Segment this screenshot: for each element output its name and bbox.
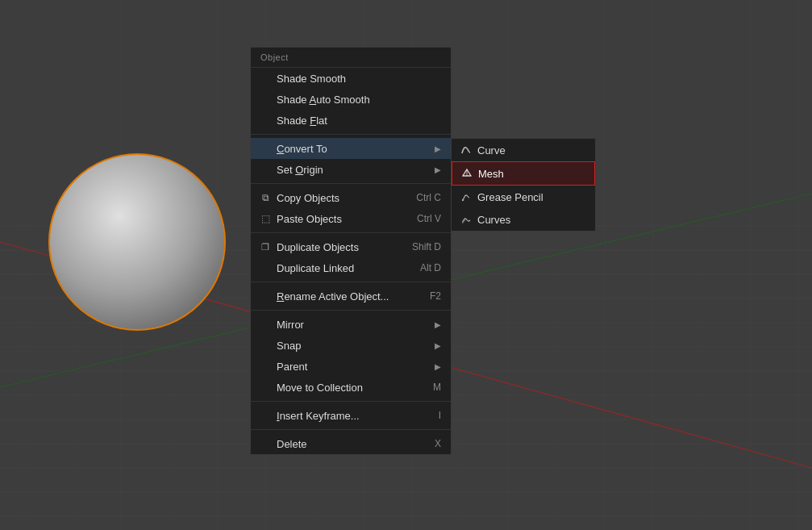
copy-icon: ⧉ <box>259 191 272 204</box>
menu-item-shade-flat[interactable]: Shade Flat <box>251 110 451 131</box>
paste-objects-label: Paste Objects <box>277 213 342 225</box>
svg-point-35 <box>462 199 464 201</box>
shade-flat-icon <box>259 114 272 127</box>
menu-item-copy-objects[interactable]: ⧉ Copy Objects Ctrl C <box>251 187 451 208</box>
move-to-collection-label: Move to Collection <box>277 382 363 394</box>
paste-icon: ⬚ <box>259 212 272 225</box>
dup-linked-icon <box>259 261 272 274</box>
shade-smooth-label: Shade Smooth <box>277 73 346 85</box>
shade-flat-label: Shade Flat <box>277 115 327 127</box>
duplicate-linked-label: Duplicate Linked <box>277 262 354 274</box>
delete-shortcut: X <box>435 438 441 449</box>
submenu-item-grease-pencil[interactable]: Grease Pencil <box>452 186 595 208</box>
submenu-item-mesh[interactable]: Mesh <box>452 161 595 186</box>
keyframe-icon <box>259 409 272 422</box>
separator-3 <box>251 232 451 233</box>
rename-active-label: Rename Active Object... <box>277 290 389 303</box>
menu-item-set-origin[interactable]: Set Origin ▶ <box>251 159 451 180</box>
submenu-mesh-label: Mesh <box>478 168 504 180</box>
move-collection-icon <box>259 381 272 394</box>
menu-item-duplicate-linked[interactable]: Duplicate Linked Alt D <box>251 257 451 278</box>
menu-item-rename-active[interactable]: Rename Active Object... F2 <box>251 286 451 307</box>
menu-item-insert-keyframe[interactable]: Insert Keyframe... I <box>251 405 451 426</box>
menu-item-parent[interactable]: Parent ▶ <box>251 356 451 377</box>
duplicate-objects-label: Duplicate Objects <box>277 241 359 253</box>
menu-item-shade-auto-smooth[interactable]: Shade Auto Smooth <box>251 89 451 110</box>
shade-auto-smooth-label: Shade Auto Smooth <box>277 94 370 106</box>
submenu-item-curve[interactable]: Curve <box>452 139 595 161</box>
copy-objects-shortcut: Ctrl C <box>416 192 441 203</box>
shade-smooth-icon <box>259 72 272 85</box>
mirror-arrow: ▶ <box>435 320 441 329</box>
mirror-icon <box>259 318 272 331</box>
separator-2 <box>251 183 451 184</box>
separator-5 <box>251 310 451 311</box>
convert-to-submenu: Curve Mesh <box>451 138 596 232</box>
menu-header: Object <box>251 48 451 68</box>
menu-item-convert-to[interactable]: Convert To ▶ Curve <box>251 138 451 159</box>
menu-item-move-to-collection[interactable]: Move to Collection M <box>251 377 451 398</box>
convert-to-arrow: ▶ <box>435 144 441 153</box>
curves-icon <box>460 213 473 226</box>
mirror-label: Mirror <box>277 319 304 331</box>
parent-icon <box>259 360 272 373</box>
menu-item-paste-objects[interactable]: ⬚ Paste Objects Ctrl V <box>251 208 451 229</box>
object-context-menu: Object Shade Smooth Shade Auto Smooth Sh… <box>250 47 452 455</box>
snap-icon <box>259 339 272 352</box>
delete-icon <box>259 437 272 450</box>
duplicate-linked-shortcut: Alt D <box>420 262 441 273</box>
menu-item-duplicate-objects[interactable]: ❐ Duplicate Objects Shift D <box>251 236 451 257</box>
snap-arrow: ▶ <box>435 341 441 350</box>
set-origin-icon <box>259 163 272 176</box>
submenu-grease-pencil-label: Grease Pencil <box>477 191 543 203</box>
convert-to-icon <box>259 142 272 155</box>
sphere-object <box>48 153 226 331</box>
curve-icon <box>460 144 473 156</box>
snap-label: Snap <box>277 340 301 352</box>
insert-keyframe-label: Insert Keyframe... <box>277 410 360 422</box>
dup-icon: ❐ <box>259 240 272 253</box>
submenu-curves-label: Curves <box>477 214 510 226</box>
rename-icon <box>259 290 272 303</box>
set-origin-arrow: ▶ <box>435 165 441 174</box>
parent-label: Parent <box>277 361 307 373</box>
menu-item-mirror[interactable]: Mirror ▶ <box>251 314 451 335</box>
parent-arrow: ▶ <box>435 362 441 371</box>
submenu-item-curves[interactable]: Curves <box>452 208 595 231</box>
delete-label: Delete <box>277 438 307 450</box>
move-to-collection-shortcut: M <box>433 382 441 393</box>
separator-4 <box>251 282 451 282</box>
shade-auto-smooth-icon <box>259 93 272 106</box>
submenu-curve-label: Curve <box>477 144 506 156</box>
paste-objects-shortcut: Ctrl V <box>417 213 441 224</box>
menu-item-snap[interactable]: Snap ▶ <box>251 335 451 356</box>
menu-item-delete[interactable]: Delete X <box>251 433 451 454</box>
separator-1 <box>251 134 451 135</box>
copy-objects-label: Copy Objects <box>277 192 339 204</box>
insert-keyframe-shortcut: I <box>439 410 441 421</box>
grease-pencil-icon <box>460 190 473 203</box>
set-origin-label: Set Origin <box>277 164 323 176</box>
mesh-icon <box>460 167 473 180</box>
rename-active-shortcut: F2 <box>430 290 441 302</box>
duplicate-objects-shortcut: Shift D <box>412 241 441 252</box>
menu-item-shade-smooth[interactable]: Shade Smooth <box>251 68 451 89</box>
separator-6 <box>251 401 451 402</box>
convert-to-label: Convert To <box>277 143 327 155</box>
separator-7 <box>251 429 451 430</box>
